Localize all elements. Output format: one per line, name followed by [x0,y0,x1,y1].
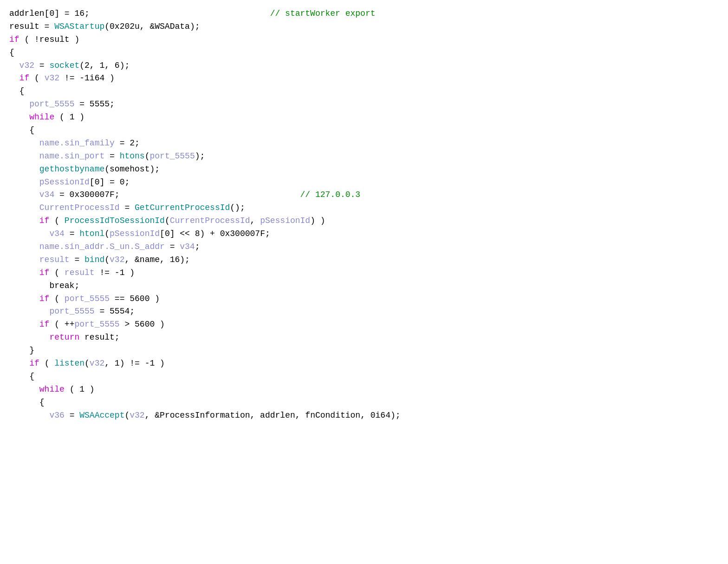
code-token-plain: = [165,242,180,251]
code-token-plain: , 1) != -1 ) [104,359,165,368]
code-token-kw: while [29,112,54,122]
code-token-kw: return [49,333,79,342]
code-token-purple: v32 [110,255,124,264]
code-token-plain: , &ProcessInformation, addrlen, fnCondit… [145,411,401,420]
code-token-comment: // 127.0.0.3 [120,190,360,199]
code-token-cyan: htons [120,151,145,161]
code-token-plain: = [70,255,84,264]
code-token-plain: ( 1 ) [54,112,84,122]
code-token-plain: !result [34,35,70,44]
code-token-plain: ( [49,216,64,225]
code-token-kw: if [20,73,30,83]
code-token-plain: ( [39,359,54,368]
code-line: name.sin_port = htons(port_5555); [9,150,719,163]
code-token-plain: = [65,229,79,238]
code-token-plain: { [9,125,34,135]
code-token-plain: { [9,372,34,381]
code-line: name.sin_addr.S_un.S_addr = v34; [9,241,719,254]
code-token-purple: name.sin_addr.S_un.S_addr [39,242,165,251]
code-token-comment: // startWorker export [90,9,376,18]
code-token-purple: v34 [49,229,64,238]
code-token-plain [9,385,39,394]
code-token-kw: if [39,294,50,303]
code-line: return result; [9,331,719,344]
code-token-plain: = 0x300007F; [54,190,119,199]
code-token-cyan: gethostbyname [39,164,104,174]
code-token-purple: v32 [130,411,144,420]
code-token-plain: (0x202u, &WSAData); [104,22,200,31]
code-token-plain: == 5600 ) [110,294,160,303]
code-token-purple: name.sin_port [39,151,104,161]
code-token-plain [9,333,49,342]
code-line: result = WSAStartup(0x202u, &WSAData); [9,20,719,33]
code-token-plain [9,307,49,316]
code-token-plain: ( [29,73,44,83]
code-line: { [9,396,719,409]
code-line: while ( 1 ) [9,111,719,124]
code-token-purple: name.sin_family [39,138,115,148]
code-token-plain: ( [165,216,170,225]
code-token-plain [9,242,39,251]
code-token-plain: = [65,411,79,420]
code-token-purple: v34 [180,242,195,251]
code-token-plain: } [9,346,34,355]
code-token-plain: != -1 ) [95,268,135,277]
code-token-cyan: GetCurrentProcessId [135,203,230,212]
code-viewer: addrlen[0] = 16; // startWorker exportre… [9,7,719,422]
code-line: if ( !result ) [9,33,719,46]
code-token-plain: ( [49,268,64,277]
code-line: if ( v32 != -1i64 ) [9,72,719,85]
code-line: if ( ++port_5555 > 5600 ) [9,318,719,331]
code-token-plain [9,294,39,303]
code-token-plain: = 5554; [95,307,135,316]
code-token-purple: v32 [45,73,59,83]
code-token-purple: port_5555 [65,294,110,303]
code-token-purple: pSessionId [39,177,90,187]
code-token-purple: pSessionId [260,216,310,225]
code-token-plain: = 2; [115,138,140,148]
code-token-plain: , &name, 16); [124,255,189,264]
code-token-plain [9,268,39,277]
code-token-plain [9,73,20,83]
code-line: gethostbyname(somehost); [9,163,719,176]
code-line: port_5555 = 5554; [9,305,719,318]
code-token-plain: (); [230,203,245,212]
code-token-purple: v32 [90,359,104,368]
code-token-plain [9,151,39,161]
code-token-plain [9,411,49,420]
code-token-plain: ( [124,411,130,420]
code-token-plain: ( [49,294,64,303]
code-line: if ( ProcessIdToSessionId(CurrentProcess… [9,215,719,228]
code-token-plain [9,229,49,238]
code-token-plain: ) [70,35,80,44]
code-token-purple: result [65,268,95,277]
code-token-plain: break; [9,281,79,290]
code-token-plain: ( [84,359,90,368]
code-line: CurrentProcessId = GetCurrentProcessId()… [9,202,719,215]
code-line: { [9,85,719,98]
code-line: { [9,124,719,137]
code-token-kw: if [39,216,50,225]
code-line: if ( port_5555 == 5600 ) [9,293,719,306]
code-token-plain: ( ++ [49,320,74,329]
code-token-cyan: socket [49,61,79,70]
code-token-cyan: listen [54,359,84,368]
code-token-kw: if [39,268,50,277]
code-line: break; [9,280,719,293]
code-token-plain: addrlen[0] = 16; [9,9,90,18]
code-token-plain [9,164,39,174]
code-token-plain: > 5600 ) [120,320,165,329]
code-token-kw: if [9,35,20,44]
code-token-plain: result; [79,333,119,342]
code-token-cyan: WSAAccept [79,411,124,420]
code-token-plain [9,190,39,199]
code-token-plain [9,255,39,264]
code-line: result = bind(v32, &name, 16); [9,254,719,267]
code-token-purple: v36 [49,411,64,420]
code-token-purple: port_5555 [49,307,94,316]
code-token-kw: if [29,359,39,368]
code-token-purple: port_5555 [29,99,74,109]
code-token-purple: result [39,255,70,264]
code-line: if ( listen(v32, 1) != -1 ) [9,357,719,370]
code-line: v36 = WSAAccept(v32, &ProcessInformation… [9,409,719,422]
